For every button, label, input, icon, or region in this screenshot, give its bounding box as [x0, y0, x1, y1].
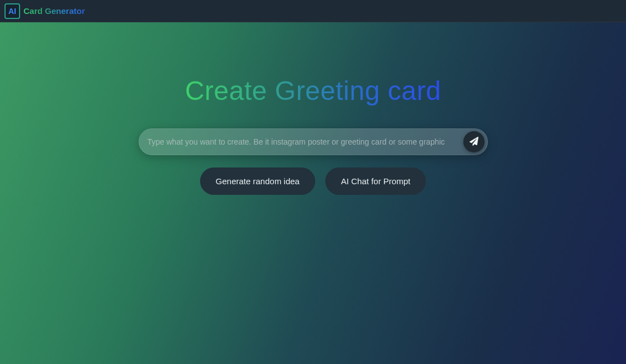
paper-plane-icon: [470, 137, 478, 147]
ai-chat-button[interactable]: AI Chat for Prompt: [325, 167, 426, 195]
prompt-input-container: [139, 128, 488, 155]
logo-badge: AI: [4, 3, 20, 19]
page-title: Create Greeting card: [185, 75, 441, 106]
logo-badge-text: AI: [8, 7, 16, 16]
brand-logo[interactable]: AI Card Generator: [4, 3, 85, 19]
prompt-input[interactable]: [148, 137, 463, 146]
brand-text: Card Generator: [23, 6, 85, 16]
submit-button[interactable]: [463, 131, 485, 152]
main-content: Create Greeting card Generate random ide…: [0, 22, 626, 195]
top-header: AI Card Generator: [0, 0, 626, 22]
action-buttons: Generate random idea AI Chat for Prompt: [200, 167, 426, 195]
generate-random-button[interactable]: Generate random idea: [200, 167, 315, 195]
headline-text: Create Greeting card: [185, 76, 441, 106]
